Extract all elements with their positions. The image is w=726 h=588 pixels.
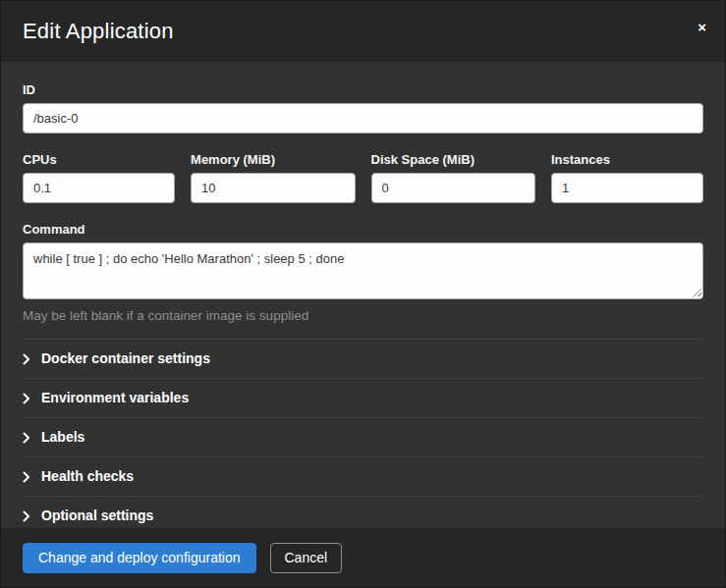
edit-application-modal: Edit Application × ID CPUs Memory (MiB) … xyxy=(0,0,726,588)
section-health-checks[interactable]: Health checks xyxy=(23,456,703,496)
disk-field-group: Disk Space (MiB) xyxy=(371,152,535,203)
memory-field-group: Memory (MiB) xyxy=(191,152,355,203)
command-help-text: May be left blank if a container image i… xyxy=(23,308,703,324)
command-label: Command xyxy=(23,222,703,237)
modal-footer: Change and deploy configuration Cancel xyxy=(1,528,725,587)
instances-field-group: Instances xyxy=(551,152,703,203)
id-label: ID xyxy=(23,82,703,97)
section-docker-container-settings[interactable]: Docker container settings xyxy=(23,339,703,378)
section-label: Labels xyxy=(41,429,84,446)
close-icon[interactable]: × xyxy=(694,18,710,36)
section-label: Optional settings xyxy=(41,508,153,524)
cancel-button[interactable]: Cancel xyxy=(270,543,343,573)
disk-label: Disk Space (MiB) xyxy=(371,152,535,167)
instances-input[interactable] xyxy=(551,173,703,203)
cpus-label: CPUs xyxy=(23,152,175,167)
collapsible-sections: Docker container settings Environment va… xyxy=(23,339,703,528)
command-textarea[interactable]: while [ true ] ; do echo 'Hello Marathon… xyxy=(23,242,703,299)
id-field-group: ID xyxy=(23,82,703,134)
memory-label: Memory (MiB) xyxy=(191,152,355,167)
modal-title: Edit Application xyxy=(23,18,703,44)
command-textarea-wrap: while [ true ] ; do echo 'Hello Marathon… xyxy=(23,242,703,299)
chevron-right-icon xyxy=(23,353,30,365)
chevron-right-icon xyxy=(23,432,30,444)
section-label: Health checks xyxy=(41,468,134,485)
section-label: Docker container settings xyxy=(41,350,210,367)
chevron-right-icon xyxy=(23,393,30,404)
cpus-input[interactable] xyxy=(23,173,175,203)
modal-body: ID CPUs Memory (MiB) Disk Space (MiB) In… xyxy=(1,62,725,528)
section-environment-variables[interactable]: Environment variables xyxy=(23,378,703,417)
chevron-right-icon xyxy=(23,471,30,483)
resources-field-row: CPUs Memory (MiB) Disk Space (MiB) Insta… xyxy=(23,152,703,203)
chevron-right-icon xyxy=(23,510,30,522)
cpus-field-group: CPUs xyxy=(23,152,175,203)
disk-input[interactable] xyxy=(371,173,535,203)
instances-label: Instances xyxy=(551,152,703,167)
section-label: Environment variables xyxy=(41,390,189,406)
change-and-deploy-button[interactable]: Change and deploy configuration xyxy=(23,543,256,573)
modal-header: Edit Application × xyxy=(1,1,725,62)
section-optional-settings[interactable]: Optional settings xyxy=(23,496,703,528)
command-field-group: Command while [ true ] ; do echo 'Hello … xyxy=(23,222,703,324)
id-input[interactable] xyxy=(23,103,703,134)
section-labels[interactable]: Labels xyxy=(23,417,703,456)
memory-input[interactable] xyxy=(191,173,355,203)
